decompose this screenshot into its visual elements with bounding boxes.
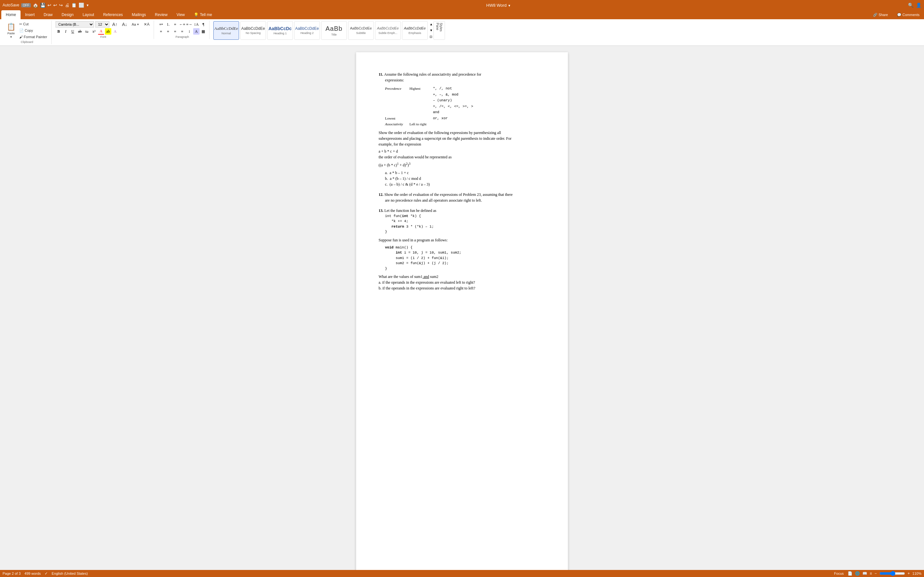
paste-button[interactable]: 📋 Paste ▼ xyxy=(5,21,17,40)
prob13-code7: sum1 = (i / 2) + fun(&i); xyxy=(391,255,545,261)
ribbon-content: 📋 Paste ▼ ✂ Cut 📄 Copy 🖌 Format Painter … xyxy=(0,19,924,46)
comments-button[interactable]: 💬 Comments xyxy=(893,10,924,19)
increase-font-button[interactable]: A↑ xyxy=(111,21,119,27)
user-icon[interactable]: 👤 xyxy=(916,3,921,8)
style-heading2-label: Heading 2 xyxy=(300,31,313,35)
style-subtle-emph[interactable]: AaBbCcDdEe Subtle Emph... xyxy=(375,21,401,40)
paste-dropdown[interactable]: ▼ xyxy=(10,35,13,39)
tab-tellme[interactable]: 💡Tell me xyxy=(189,10,216,19)
italic-button[interactable]: I xyxy=(63,28,69,35)
styles-scroll-up[interactable]: ▲ xyxy=(429,22,433,27)
font-row2: B I U ab x₂ x² A ab A xyxy=(55,28,151,35)
style-heading1[interactable]: AaBbCcDc Heading 1 xyxy=(267,21,293,40)
redo-icon[interactable]: ↪ xyxy=(59,3,63,8)
tab-design[interactable]: Design xyxy=(57,10,78,19)
style-subtitle[interactable]: AaBbCcDdEe Subtitle xyxy=(348,21,374,40)
undo2-icon[interactable]: ↩ xyxy=(53,3,57,8)
share-button[interactable]: 🔗 Share xyxy=(869,10,892,19)
styles-list: AaBbCcDdEe Normal AaBbCcDdEe No Spacing … xyxy=(213,21,433,40)
print-icon[interactable]: 🖨 xyxy=(65,3,69,8)
change-case-button[interactable]: Aa ▼ xyxy=(130,21,141,27)
multilevel-button[interactable]: ≡ xyxy=(172,21,178,27)
tab-references[interactable]: References xyxy=(99,10,127,19)
format-painter-button[interactable]: 🖌 Format Painter xyxy=(18,34,49,40)
style-heading2-preview: AaBbCcDdEe xyxy=(295,26,319,31)
highlight-button[interactable]: ab xyxy=(105,28,111,35)
underline-button[interactable]: U xyxy=(69,28,76,35)
view-read-icon[interactable]: 📖 xyxy=(863,571,867,576)
bullets-button[interactable]: ≡• xyxy=(158,21,164,27)
tab-home[interactable]: Home xyxy=(1,10,21,19)
tab-view[interactable]: View xyxy=(172,10,189,19)
bold-button[interactable]: B xyxy=(55,28,62,35)
styles-scroll-down[interactable]: ▼ xyxy=(429,28,433,33)
style-normal[interactable]: AaBbCcDdEe Normal xyxy=(213,21,239,40)
view-outline-icon[interactable]: ≡ xyxy=(870,571,872,576)
font-color-button[interactable]: A xyxy=(98,28,104,35)
styles-expand[interactable]: ⊡ xyxy=(429,34,433,39)
style-title[interactable]: AaBb Title xyxy=(321,21,347,40)
zoom-in-button[interactable]: + xyxy=(908,571,910,576)
show-hide-button[interactable]: ¶ xyxy=(200,21,207,27)
table-row-ops5: and xyxy=(385,109,480,115)
window-icon[interactable]: ⬜ xyxy=(79,3,84,8)
clipboard-icon[interactable]: 📋 xyxy=(71,3,77,8)
tab-insert[interactable]: Insert xyxy=(21,10,39,19)
strikethrough-button[interactable]: ab xyxy=(77,28,83,35)
styles-pane-button[interactable]: Styles Pane xyxy=(433,21,445,40)
proofing-icon[interactable]: ✓ xyxy=(45,571,48,576)
tab-mailings[interactable]: Mailings xyxy=(128,10,150,19)
word-count[interactable]: 499 words xyxy=(24,572,41,575)
subscript-button[interactable]: x₂ xyxy=(84,28,90,35)
increase-indent-button[interactable]: ≡→ xyxy=(186,21,192,27)
copy-button[interactable]: 📄 Copy xyxy=(18,27,49,33)
line-spacing-button[interactable]: ↕ xyxy=(186,28,192,35)
align-center-button[interactable]: ≡ xyxy=(165,28,171,35)
view-web-icon[interactable]: 🌐 xyxy=(855,571,860,576)
autosave-toggle[interactable]: OFF xyxy=(21,3,31,7)
zoom-slider[interactable] xyxy=(879,571,905,576)
font-family-select[interactable]: Cambria (B... xyxy=(55,21,94,27)
prob13-code3: return 3 * (*k) – 1; xyxy=(391,224,545,229)
ops4-cell: =, /=, <, <=, >=, > xyxy=(433,103,479,110)
save-icon[interactable]: 💾 xyxy=(40,3,45,8)
view-print-icon[interactable]: 📄 xyxy=(848,571,853,576)
align-justify-button[interactable]: ≡ xyxy=(179,28,186,35)
font-size-select[interactable]: 12 xyxy=(95,21,110,27)
prob13-text3: What are the values of sum1 and sum2 xyxy=(379,274,545,279)
borders-button[interactable]: ▦ xyxy=(200,28,207,35)
decrease-font-button[interactable]: A↓ xyxy=(120,21,129,27)
zoom-out-button[interactable]: − xyxy=(875,571,877,576)
undo-icon[interactable]: ↩ xyxy=(47,3,51,8)
align-right-button[interactable]: ≡ xyxy=(172,28,178,35)
zoom-level[interactable]: 110% xyxy=(913,572,921,575)
align-left-button[interactable]: ≡ xyxy=(158,28,164,35)
decrease-indent-button[interactable]: ←≡ xyxy=(179,21,186,27)
tab-layout[interactable]: Layout xyxy=(78,10,99,19)
dropdown-icon[interactable]: ▼ xyxy=(86,3,89,7)
tab-draw[interactable]: Draw xyxy=(39,10,57,19)
prob13-text1: 13. Let the function fun be defined as xyxy=(379,208,545,213)
prob12-number: 12. xyxy=(379,192,384,197)
tab-review[interactable]: Review xyxy=(150,10,172,19)
shading-button[interactable]: A xyxy=(193,28,200,35)
search-icon[interactable]: 🔍 xyxy=(908,3,913,8)
title-dropdown-icon[interactable]: ▼ xyxy=(508,4,511,7)
filename: HW8 xyxy=(486,3,496,8)
superscript-button[interactable]: x² xyxy=(91,28,97,35)
style-no-spacing[interactable]: AaBbCcDdEe No Spacing xyxy=(240,21,266,40)
cut-button[interactable]: ✂ Cut xyxy=(18,21,49,27)
style-emphasis[interactable]: AaBbCcDdEe Emphasis xyxy=(402,21,428,40)
numbering-button[interactable]: 1. xyxy=(165,21,171,27)
style-heading2[interactable]: AaBbCcDdEe Heading 2 xyxy=(294,21,320,40)
sort-button[interactable]: ↕A xyxy=(193,21,200,27)
focus-button[interactable]: Focus xyxy=(833,571,845,576)
language[interactable]: English (United States) xyxy=(52,572,88,575)
clear-formatting-button[interactable]: ✕A xyxy=(142,21,151,27)
prob11-parta: a. a * b – 1 + c xyxy=(385,170,545,176)
font-group-label: Font xyxy=(100,35,106,39)
text-effects-button[interactable]: A xyxy=(112,28,118,35)
prob11-example-expr: a + b * c + d xyxy=(379,148,545,154)
home-icon[interactable]: 🏠 xyxy=(33,3,38,8)
page-info[interactable]: Page 2 of 3 xyxy=(3,572,21,575)
